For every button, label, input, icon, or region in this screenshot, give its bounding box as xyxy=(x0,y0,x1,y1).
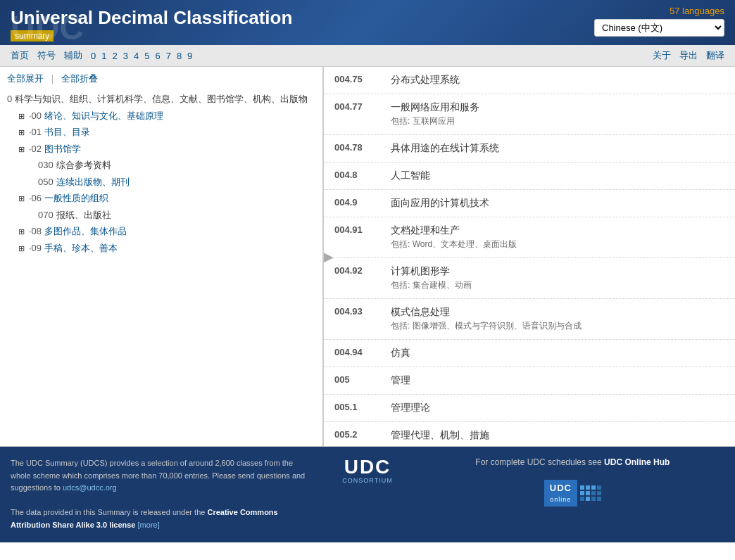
table-row[interactable]: 004.75 分布式处理系统 xyxy=(324,67,735,94)
expand-icon[interactable]: ⊞ xyxy=(18,109,25,122)
entry-code: 005.2 xyxy=(334,429,391,440)
tree-link[interactable]: 多图作品、集体作品 xyxy=(44,224,127,238)
entry-content: 具体用途的在线计算系统 xyxy=(391,142,724,155)
nav-num-1[interactable]: 1 xyxy=(101,51,106,61)
expand-icon[interactable]: ⊞ xyxy=(18,142,25,155)
entry-content: 管理代理、机制、措施 xyxy=(391,429,724,442)
footer-right-section: For complete UDC schedules see UDC Onlin… xyxy=(421,457,724,507)
entry-title: 分布式处理系统 xyxy=(391,74,724,87)
entry-title: 管理代理、机制、措施 xyxy=(391,429,724,442)
nav-about[interactable]: 关于 xyxy=(653,49,671,62)
expand-icon[interactable]: ⊞ xyxy=(18,241,25,255)
list-item: ⊞ ·01 书目、目录 xyxy=(7,124,315,141)
entry-title: 具体用途的在线计算系统 xyxy=(391,142,724,155)
table-row[interactable]: 004.78 具体用途的在线计算系统 xyxy=(324,135,735,163)
expand-controls: 全部展开 ｜ 全部折叠 xyxy=(7,72,315,85)
language-selector[interactable]: Chinese (中文) English French German Spani… xyxy=(594,19,724,37)
language-count: 57 languages xyxy=(594,6,724,16)
tree-link[interactable]: 手稿、珍本、善本 xyxy=(44,241,118,255)
navbar: 首页 符号 辅助 0 1 2 3 4 5 6 7 8 9 关于 导出 翻译 xyxy=(0,45,735,67)
nav-num-9[interactable]: 9 xyxy=(187,51,192,61)
tree-link[interactable]: 连续出版物、期刊 xyxy=(56,175,130,189)
table-row[interactable]: 004.91 文档处理和生产 包括: Word、文本处理、桌面出版 xyxy=(324,217,735,258)
tree-link[interactable]: 图书馆学 xyxy=(44,142,81,156)
nav-export[interactable]: 导出 xyxy=(679,49,698,62)
nav-num-6[interactable]: 6 xyxy=(155,51,160,61)
table-row[interactable]: 004.77 一般网络应用和服务 包括: 互联网应用 xyxy=(324,94,735,135)
table-row[interactable]: 004.92 计算机图形学 包括: 集合建模、动画 xyxy=(324,258,735,299)
table-row[interactable]: 004.93 模式信息处理 包括: 图像增强、模式与字符识别、语音识别与合成 xyxy=(324,299,735,340)
entry-code: 004.93 xyxy=(334,306,391,317)
list-item: 050 连续出版物、期刊 xyxy=(7,174,315,191)
entry-code: 004.91 xyxy=(334,224,391,235)
entry-code: 005.1 xyxy=(334,402,391,412)
expand-icon[interactable]: ⊞ xyxy=(18,224,25,238)
entry-content: 人工智能 xyxy=(391,170,724,182)
tree-link[interactable]: 绪论、知识与文化、基础原理 xyxy=(44,109,163,123)
table-row[interactable]: 004.94 仿真 xyxy=(324,340,735,367)
expand-all-button[interactable]: 全部展开 xyxy=(7,72,44,85)
entry-content: 模式信息处理 包括: 图像增强、模式与字符识别、语音识别与合成 xyxy=(391,306,724,332)
entry-title: 文档处理和生产 xyxy=(391,224,724,237)
entry-content: 一般网络应用和服务 包括: 互联网应用 xyxy=(391,101,724,127)
table-row[interactable]: 005.1 管理理论 xyxy=(324,395,735,422)
right-content-panel[interactable]: ▶ 004.75 分布式处理系统 004.77 一般网络应用和服务 包括: 互联… xyxy=(324,67,735,446)
entry-content: 管理 xyxy=(391,374,724,387)
entry-code: 004.77 xyxy=(334,101,391,112)
expand-icon[interactable]: ⊞ xyxy=(18,191,25,205)
nav-home[interactable]: 首页 xyxy=(11,49,29,62)
entry-title: 面向应用的计算机技术 xyxy=(391,197,724,210)
left-tree-panel: 全部展开 ｜ 全部折叠 0 科学与知识、组织、计算机科学、信息、文献、图书馆学、… xyxy=(0,67,324,446)
list-item: ⊞ ·09 手稿、珍本、善本 xyxy=(7,240,315,257)
table-row[interactable]: 004.8 人工智能 xyxy=(324,163,735,190)
entry-title: 一般网络应用和服务 xyxy=(391,101,724,114)
table-row[interactable]: 004.9 面向应用的计算机技术 xyxy=(324,190,735,217)
list-item: 070 报纸、出版社 xyxy=(7,207,315,224)
list-item: ⊞ ·00 绪论、知识与文化、基础原理 xyxy=(7,108,315,125)
collapse-all-button[interactable]: 全部折叠 xyxy=(61,72,98,85)
panel-arrow-icon: ▶ xyxy=(324,249,334,265)
udc-grid-icon xyxy=(580,485,601,501)
entry-content: 计算机图形学 包括: 集合建模、动画 xyxy=(391,265,724,291)
tree-link[interactable]: 书目、目录 xyxy=(44,125,90,139)
consortium-label: CONSORTIUM xyxy=(342,477,392,484)
nav-num-4[interactable]: 4 xyxy=(134,51,139,61)
entry-code: 004.92 xyxy=(334,265,391,276)
entry-title: 管理理论 xyxy=(391,402,724,414)
footer-email-link[interactable]: udcs@udcc.org xyxy=(63,483,117,492)
list-item: ⊞ ·08 多图作品、集体作品 xyxy=(7,223,315,240)
list-item: 030 综合参考资料 xyxy=(7,157,315,174)
nav-num-0[interactable]: 0 xyxy=(91,51,96,61)
main-content: 全部展开 ｜ 全部折叠 0 科学与知识、组织、计算机科学、信息、文献、图书馆学、… xyxy=(0,67,735,447)
entry-title: 计算机图形学 xyxy=(391,265,724,278)
nav-num-8[interactable]: 8 xyxy=(177,51,182,61)
table-row[interactable]: 005 管理 xyxy=(324,367,735,395)
nav-num-5[interactable]: 5 xyxy=(144,51,149,61)
tree-link[interactable]: 一般性质的组织 xyxy=(44,191,108,205)
list-item: ⊞ ·06 一般性质的组织 xyxy=(7,190,315,207)
udc-logo-text: UDC xyxy=(344,457,391,477)
nav-num-3[interactable]: 3 xyxy=(123,51,128,61)
entry-content: 面向应用的计算机技术 xyxy=(391,197,724,210)
udc-online-logo: UDConline xyxy=(544,473,601,507)
nav-num-2[interactable]: 2 xyxy=(112,51,117,61)
entry-subtitle: 包括: 集合建模、动画 xyxy=(391,279,724,291)
udc-online-text: UDConline xyxy=(544,480,577,507)
footer-license-more-link[interactable]: [more] xyxy=(138,521,160,529)
nav-translate[interactable]: 翻译 xyxy=(706,49,724,62)
entry-content: 管理理论 xyxy=(391,402,724,414)
entry-code: 004.75 xyxy=(334,74,391,84)
entry-title: 仿真 xyxy=(391,347,724,359)
language-section: 57 languages Chinese (中文) English French… xyxy=(594,6,724,37)
footer-license-text: The data provided in this Summary is rel… xyxy=(11,508,207,516)
nav-auxiliary[interactable]: 辅助 xyxy=(64,49,82,62)
entry-title: 模式信息处理 xyxy=(391,306,724,319)
nav-num-7[interactable]: 7 xyxy=(166,51,171,61)
list-item: 0 科学与知识、组织、计算机科学、信息、文献、图书馆学、机构、出版物 xyxy=(7,91,315,108)
expand-icon[interactable]: ⊞ xyxy=(18,125,25,139)
table-row[interactable]: 005.2 管理代理、机制、措施 xyxy=(324,422,735,446)
nav-symbols[interactable]: 符号 xyxy=(37,49,56,62)
entry-content: 仿真 xyxy=(391,347,724,359)
entry-code: 004.9 xyxy=(334,197,391,208)
footer-hub-text: For complete UDC schedules see UDC Onlin… xyxy=(421,457,724,467)
